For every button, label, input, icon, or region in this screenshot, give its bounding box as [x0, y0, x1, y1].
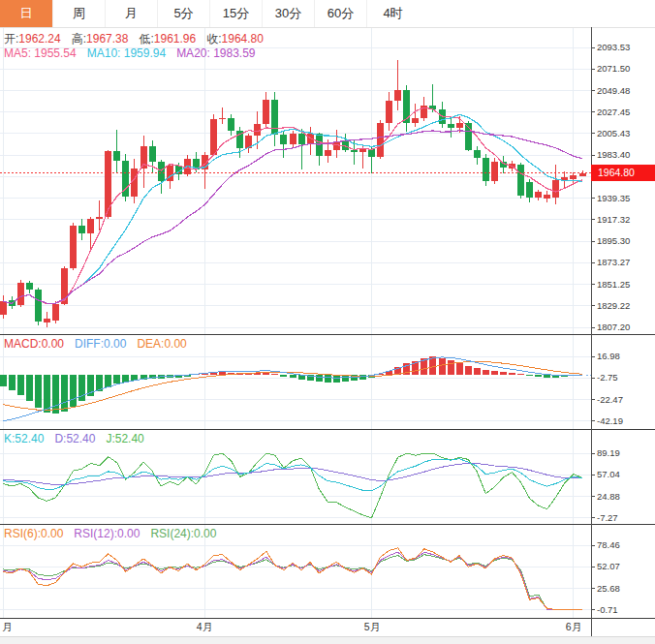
- rsi6-value: RSI(6):0.00: [4, 527, 63, 540]
- y-tick-label: 2049.48: [597, 86, 630, 96]
- ohlc-low: 低:1961.96: [139, 31, 196, 47]
- ma20: MA20: 1983.59: [176, 46, 255, 60]
- tab-4hour[interactable]: 4时: [366, 0, 419, 27]
- y-tick-label: 1917.32: [597, 215, 630, 225]
- ohlc-open: 开:1962.24: [4, 31, 61, 47]
- last-price-badge: 1964.80: [591, 165, 655, 181]
- diff-value: DIFF:0.00: [75, 337, 126, 351]
- y-tick-label: 1873.27: [597, 258, 630, 267]
- main-chart-panel: [0, 60, 591, 328]
- ohlc-close: 收:1964.80: [206, 31, 264, 47]
- tab-15min-label: 15分: [223, 6, 249, 20]
- kdj-panel: [3, 453, 582, 518]
- ohlc-header: 开:1962.24高:1967.38低:1961.96收:1964.80: [4, 31, 264, 47]
- macd-value: MACD:0.00: [4, 337, 64, 351]
- macd-panel: [0, 356, 593, 421]
- y-tick-label: 57.04: [597, 470, 620, 479]
- y-tick-label: -0.71: [597, 605, 618, 615]
- y-tick-label: 2027.45: [597, 107, 630, 117]
- tab-4hour-label: 4时: [383, 6, 402, 20]
- y-tick-label: -7.27: [597, 513, 618, 523]
- y-tick-label: 16.98: [597, 352, 620, 361]
- rsi12-value: RSI(12):0.00: [74, 527, 140, 540]
- macd-header: MACD:0.00DIFF:0.00DEA:0.00: [4, 337, 187, 351]
- y-tick-label: 24.88: [597, 492, 620, 502]
- y-tick-label: 2093.53: [597, 43, 630, 52]
- kdj-header: K:52.40D:52.40J:52.40: [4, 432, 144, 445]
- tab-daily[interactable]: 日: [0, 0, 52, 27]
- ohlc-high: 高:1967.38: [72, 31, 129, 47]
- rsi24-value: RSI(24):0.00: [150, 527, 216, 540]
- y-tick-label: 78.46: [597, 540, 620, 550]
- tab-30min[interactable]: 30分: [262, 0, 314, 27]
- rsi-header: RSI(6):0.00RSI(12):0.00RSI(24):0.00: [4, 527, 216, 540]
- rsi-panel: [3, 548, 582, 609]
- y-tick-label: 1829.22: [597, 301, 630, 311]
- j-value: J:52.40: [106, 432, 143, 445]
- tab-daily-label: 日: [20, 6, 33, 20]
- x-axis-label: 5月: [360, 621, 384, 632]
- tab-60min[interactable]: 60分: [314, 0, 366, 27]
- tab-15min[interactable]: 15分: [209, 0, 262, 27]
- y-tick-label: 25.68: [597, 584, 620, 594]
- tab-60min-label: 60分: [328, 6, 354, 20]
- y-tick-label: 2071.50: [597, 64, 630, 74]
- x-axis-label: 月: [2, 621, 13, 632]
- y-tick-label: -42.19: [597, 416, 623, 426]
- y-tick-label: 52.07: [597, 562, 620, 571]
- tab-monthly-label: 月: [125, 6, 138, 20]
- k-value: K:52.40: [4, 432, 44, 445]
- ma5: MA5: 1955.54: [4, 46, 77, 60]
- tab-weekly-label: 周: [73, 6, 85, 20]
- tab-5min[interactable]: 5分: [157, 0, 209, 27]
- x-axis-label: 4月: [193, 621, 216, 632]
- period-tabbar: 日周月5分15分30分60分4时: [0, 0, 655, 27]
- tab-30min-label: 30分: [275, 6, 301, 20]
- y-tick-label: -2.75: [597, 373, 618, 383]
- y-tick-label: -22.47: [597, 395, 623, 405]
- ma10: MA10: 1959.94: [87, 46, 166, 60]
- kline-chart-app: { "toolbar": { "tabs": [ {"name":"tab-da…: [0, 0, 655, 644]
- tab-monthly[interactable]: 月: [105, 0, 157, 27]
- dea-value: DEA:0.00: [137, 337, 186, 351]
- x-axis-label: 6月: [562, 621, 585, 632]
- y-tick-label: 1939.35: [597, 194, 630, 203]
- y-tick-label: 2005.43: [597, 129, 630, 138]
- tab-5min-label: 5分: [173, 6, 193, 20]
- y-tick-label: 89.19: [597, 448, 620, 458]
- ma-header: MA5: 1955.54MA10: 1959.94MA20: 1983.59: [4, 46, 256, 60]
- y-tick-label: 1895.30: [597, 236, 630, 246]
- y-tick-label: 1807.20: [597, 322, 630, 332]
- d-value: D:52.40: [54, 432, 95, 445]
- y-tick-label: 1983.40: [597, 150, 630, 160]
- y-tick-label: 1851.25: [597, 280, 630, 290]
- tab-weekly[interactable]: 周: [52, 0, 105, 27]
